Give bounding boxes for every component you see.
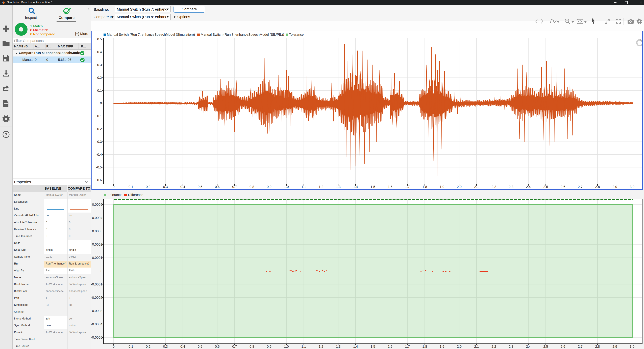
svg-text:1.4: 1.4 — [353, 345, 358, 348]
svg-text:-0.0005: -0.0005 — [91, 336, 102, 339]
svg-text:0.6: 0.6 — [215, 185, 220, 189]
svg-text:0.0003: 0.0003 — [92, 229, 102, 233]
svg-text:1.7: 1.7 — [405, 345, 410, 348]
svg-text:1.1: 1.1 — [301, 185, 306, 189]
svg-text:0.5: 0.5 — [198, 185, 202, 189]
svg-text:1.4: 1.4 — [353, 185, 358, 189]
svg-text:2.9: 2.9 — [612, 345, 617, 348]
svg-text:-0.0001: -0.0001 — [91, 283, 102, 286]
svg-text:1.8: 1.8 — [422, 345, 427, 348]
svg-text:0.8: 0.8 — [250, 345, 254, 348]
svg-text:2.5: 2.5 — [543, 345, 548, 348]
svg-text:2.8: 2.8 — [595, 345, 600, 348]
svg-text:2.4: 2.4 — [526, 185, 531, 189]
svg-text:2.0: 2.0 — [457, 345, 462, 348]
svg-text:2.1: 2.1 — [474, 185, 479, 189]
svg-text:Manual Switch (Run 7: enhanceS: Manual Switch (Run 7: enhanceSpeechModel… — [107, 33, 195, 36]
svg-text:1.3: 1.3 — [336, 185, 341, 189]
svg-text:2.3: 2.3 — [509, 185, 514, 189]
svg-text:0.0002: 0.0002 — [92, 243, 102, 246]
svg-text:1.7: 1.7 — [405, 185, 410, 189]
svg-text:1.8: 1.8 — [422, 185, 427, 189]
svg-text:0.2: 0.2 — [146, 185, 150, 189]
svg-text:0.2: 0.2 — [146, 345, 150, 348]
svg-text:2.0: 2.0 — [457, 185, 462, 189]
svg-text:0.9: 0.9 — [267, 185, 272, 189]
svg-text:-0.6: -0.6 — [96, 178, 102, 182]
svg-text:0.3: 0.3 — [163, 185, 168, 189]
svg-text:0.1: 0.1 — [97, 89, 102, 92]
svg-text:?: ? — [5, 132, 8, 137]
svg-text:-0.3: -0.3 — [96, 140, 102, 143]
svg-text:1.5: 1.5 — [370, 345, 375, 348]
svg-text:3.0: 3.0 — [630, 185, 634, 189]
svg-text:2.9: 2.9 — [612, 185, 617, 189]
svg-text:0.4: 0.4 — [97, 50, 102, 54]
svg-text:0.2: 0.2 — [97, 76, 102, 79]
svg-text:0.4: 0.4 — [180, 185, 185, 189]
svg-text:1.0: 1.0 — [284, 345, 289, 348]
svg-text:0.1: 0.1 — [128, 345, 133, 348]
svg-text:Difference: Difference — [128, 193, 143, 197]
svg-text:0.8: 0.8 — [250, 185, 254, 189]
svg-text:2.7: 2.7 — [578, 185, 582, 189]
svg-text:1.9: 1.9 — [440, 345, 444, 348]
svg-text:-0.0003: -0.0003 — [91, 309, 102, 313]
svg-text:-0.1: -0.1 — [96, 114, 102, 118]
svg-text:0.7: 0.7 — [232, 345, 237, 348]
svg-text:0.5: 0.5 — [198, 345, 202, 348]
svg-text:0.0004: 0.0004 — [92, 216, 102, 220]
svg-text:2.4: 2.4 — [526, 345, 531, 348]
svg-text:1.3: 1.3 — [336, 345, 341, 348]
svg-text:0.6: 0.6 — [215, 345, 220, 348]
svg-text:2.6: 2.6 — [560, 345, 565, 348]
svg-text:0.3: 0.3 — [97, 63, 102, 67]
svg-text:1.6: 1.6 — [388, 345, 392, 348]
svg-text:1.1: 1.1 — [301, 345, 306, 348]
svg-text:2.1: 2.1 — [474, 345, 479, 348]
svg-text:0: 0 — [100, 101, 102, 105]
svg-text:2.2: 2.2 — [492, 185, 496, 189]
svg-text:0.7: 0.7 — [232, 185, 237, 189]
svg-text:3.0: 3.0 — [630, 345, 634, 348]
svg-text:Tolerance: Tolerance — [289, 33, 304, 36]
svg-text:1.9: 1.9 — [440, 185, 444, 189]
svg-text:0.9: 0.9 — [267, 345, 272, 348]
svg-text:1.6: 1.6 — [388, 185, 392, 189]
svg-text:2.3: 2.3 — [509, 345, 514, 348]
svg-text:1.2: 1.2 — [319, 185, 323, 189]
svg-text:0.0001: 0.0001 — [92, 256, 102, 260]
svg-text:1.5: 1.5 — [370, 185, 375, 189]
svg-text:-0.4: -0.4 — [96, 153, 102, 156]
svg-text:2.2: 2.2 — [492, 345, 496, 348]
svg-text:0.3: 0.3 — [163, 345, 168, 348]
svg-text:2.5: 2.5 — [543, 185, 548, 189]
svg-text:2.8: 2.8 — [595, 185, 600, 189]
svg-text:0.5: 0.5 — [97, 37, 102, 41]
svg-text:0: 0 — [100, 269, 102, 273]
svg-text:-0.0004: -0.0004 — [91, 322, 102, 326]
svg-text:2.7: 2.7 — [578, 345, 582, 348]
svg-text:2.6: 2.6 — [560, 185, 565, 189]
svg-text:1.0: 1.0 — [284, 185, 289, 189]
svg-text:Tolerance: Tolerance — [108, 193, 122, 197]
svg-text:0: 0 — [112, 345, 114, 348]
svg-text:1.2: 1.2 — [319, 345, 323, 348]
svg-text:0: 0 — [112, 185, 114, 189]
svg-text:-0.5: -0.5 — [96, 165, 102, 169]
svg-text:-0.0002: -0.0002 — [91, 296, 102, 299]
svg-text:0.0005: 0.0005 — [92, 203, 102, 206]
svg-text:Manual Switch (Run 8: enhanceS: Manual Switch (Run 8: enhanceSpeechModel… — [201, 33, 284, 36]
svg-text:0.1: 0.1 — [128, 185, 133, 189]
svg-text:0.4: 0.4 — [180, 345, 185, 348]
svg-text:-0.2: -0.2 — [96, 127, 102, 131]
